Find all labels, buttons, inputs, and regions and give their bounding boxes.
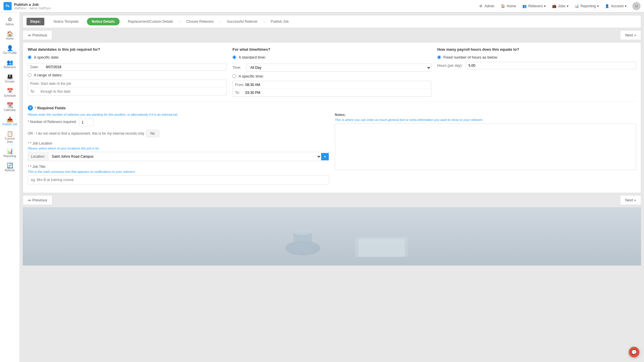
sidebar-item-schedule[interactable]: 📅 Schedule xyxy=(1,86,19,100)
time-to-input[interactable] xyxy=(245,91,429,95)
sidebar-item-our-profile[interactable]: 👤 Our Profile xyxy=(1,43,19,57)
notes-textarea[interactable] xyxy=(335,123,636,170)
step-choose-relievers[interactable]: Choose Relievers xyxy=(181,18,218,25)
standard-time-label: A standard time: xyxy=(239,55,266,59)
standard-time-radio-row: A standard time: xyxy=(232,55,431,59)
location-select[interactable]: Saint Johns Road Campus Main Campus Nort… xyxy=(48,152,321,161)
logo-icon: Pa xyxy=(4,2,12,10)
range-to-input[interactable] xyxy=(41,89,224,94)
admin-icon: ⚙ xyxy=(478,3,483,9)
fixed-hours-label: Fixed number of hours as below xyxy=(443,55,497,59)
range-from-input[interactable] xyxy=(41,82,224,86)
time-section-title: For what time/times? xyxy=(232,47,431,52)
standard-time-radio[interactable] xyxy=(232,55,236,59)
step-notice-details[interactable]: Notice Details xyxy=(87,18,119,25)
specific-date-radio-row: A specific date: xyxy=(28,55,227,59)
step-replacement-details[interactable]: Replacement/Custom Details xyxy=(123,18,178,25)
hours-input[interactable] xyxy=(466,62,636,69)
range-dates-radio-row: A range of dates: xyxy=(28,73,227,77)
time-from-input[interactable] xyxy=(245,83,429,87)
relievers-input[interactable] xyxy=(79,119,94,126)
nav-relievers[interactable]: 👥 Relievers ▾ xyxy=(522,3,546,9)
range-to-label: To: xyxy=(30,89,41,94)
step-notice-template[interactable]: Notice Template xyxy=(49,18,83,25)
jobs-icon: 💼 xyxy=(552,3,557,9)
date-label: Date: xyxy=(30,65,43,69)
form-card: What date/dates is this job required for… xyxy=(23,42,641,193)
step-arrow-4: › xyxy=(220,19,221,24)
home-icon: 🏠 xyxy=(500,3,505,9)
sidebar-item-groups[interactable]: 👨‍👩‍👧 Groups xyxy=(1,72,19,85)
hours-label: Hours (per day): xyxy=(437,64,463,68)
range-dates-radio[interactable] xyxy=(28,73,32,77)
nav-reporting[interactable]: 📊 Reporting ▾ xyxy=(574,3,599,9)
range-block: From: To: xyxy=(28,80,227,96)
relievers-icon: 👥 xyxy=(522,3,527,9)
date-section-title: What date/dates is this job required for… xyxy=(28,47,227,52)
top-nav-buttons: « « Previous Next » xyxy=(23,30,641,40)
sidebar-item-refresh[interactable]: 🔄 Refresh xyxy=(1,161,19,174)
previous-button-top[interactable]: « « Previous xyxy=(23,30,52,40)
fixed-hours-radio[interactable] xyxy=(437,55,441,59)
main-content: Steps: Notice Template › Notice Details … xyxy=(20,12,644,362)
nav-home[interactable]: 🏠 Home xyxy=(500,3,516,9)
specific-time-radio-row: A specific time: xyxy=(232,74,431,78)
nav-jobs[interactable]: 💼 Jobs ▾ xyxy=(552,3,568,9)
time-select[interactable]: All Day Morning Afternoon Custom xyxy=(246,64,431,72)
next-button-top[interactable]: Next » xyxy=(620,30,641,40)
job-title-label: * * Job Title xyxy=(28,165,329,169)
steps-bar: Steps: Notice Template › Notice Details … xyxy=(23,15,641,28)
time-to-row: To: xyxy=(233,89,431,96)
steps-label: Steps: xyxy=(27,18,44,25)
app-title: Publish a Job xyxy=(14,2,51,7)
sidebar-item-admin[interactable]: ⚙ Admin xyxy=(1,15,19,28)
date-input[interactable] xyxy=(46,65,224,69)
sidebar-item-relievers[interactable]: 👥 Relievers xyxy=(1,57,19,71)
step-successful-reliever[interactable]: Successful Reliever xyxy=(222,18,262,25)
required-header: ? * Required Fields xyxy=(28,105,636,110)
step-publish-job[interactable]: Publish Job xyxy=(266,18,293,25)
relievers-sidebar-icon: 👥 xyxy=(7,60,13,65)
sidebar-item-reporting[interactable]: 📊 Reporting xyxy=(1,146,19,160)
range-from-row: From: xyxy=(28,80,226,88)
no-button[interactable]: No xyxy=(146,130,159,137)
schedule-sidebar-icon: 📅 xyxy=(7,88,13,94)
publish-job-sidebar-icon: 📤 xyxy=(7,117,13,122)
sidebar-item-current-jobs[interactable]: 📋 Current Jobs xyxy=(1,129,19,146)
required-two-cols: Please enter the number of relievers you… xyxy=(28,113,636,188)
or-row: OR - I do not need to find a replacement… xyxy=(28,130,329,137)
desk-illustration xyxy=(244,216,419,257)
relievers-inline-row: * Number of Relievers required: xyxy=(28,119,329,126)
sidebar-item-publish-job[interactable]: 📤 Publish Job xyxy=(1,115,19,128)
specific-date-radio[interactable] xyxy=(28,55,32,59)
range-to-row: To: xyxy=(28,88,226,95)
sidebar-item-calendar[interactable]: 📆 Calendar xyxy=(1,100,19,114)
nav-account[interactable]: 👤 Account ▾ xyxy=(605,3,626,9)
previous-button-bottom[interactable]: « « Previous xyxy=(23,195,52,205)
step-arrow-5: › xyxy=(263,19,265,24)
sidebar-item-home[interactable]: 🏠 Home xyxy=(1,29,19,43)
reporting-icon: 📊 xyxy=(574,3,580,9)
help-icon[interactable]: ? xyxy=(28,105,33,110)
location-dropdown-arrow[interactable]: ▼ xyxy=(321,153,329,160)
location-row: Location: Saint Johns Road Campus Main C… xyxy=(28,152,329,161)
chat-bubble[interactable]: 💬 xyxy=(629,347,639,357)
date-radio-group: A specific date: Date: A range of dates:… xyxy=(28,55,227,96)
time-section: For what time/times? A standard time: Ti… xyxy=(232,47,431,97)
background-image xyxy=(23,207,641,266)
app-logo: Pa Publish a Job StaffSync :: Admin Staf… xyxy=(4,2,51,10)
sidebar: ⚙ Admin 🏠 Home 👤 Our Profile 👥 Relievers… xyxy=(0,12,20,362)
nav-admin[interactable]: ⚙ Admin xyxy=(478,3,494,9)
reporting-sidebar-icon: 📊 xyxy=(7,149,13,154)
range-dates-label: A range of dates: xyxy=(34,73,62,77)
home-sidebar-icon: 🏠 xyxy=(7,31,13,36)
time-radio-group: A standard time: Time: All Day Morning A… xyxy=(232,55,431,97)
calendar-sidebar-icon: 📆 xyxy=(7,103,13,108)
svg-rect-4 xyxy=(358,239,405,257)
user-avatar[interactable]: U xyxy=(632,2,640,10)
date-section: What date/dates is this job required for… xyxy=(28,47,227,97)
location-field: * * Job Location Please select which of … xyxy=(28,141,329,161)
specific-time-radio[interactable] xyxy=(232,74,236,78)
job-title-input[interactable] xyxy=(28,175,329,184)
next-button-bottom[interactable]: Next » xyxy=(620,195,641,205)
